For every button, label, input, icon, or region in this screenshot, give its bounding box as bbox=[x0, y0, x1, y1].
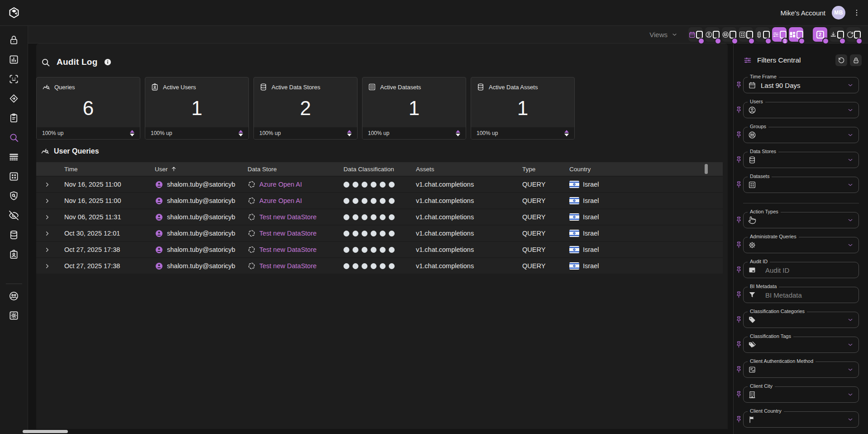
filter-field-bi-metadata[interactable]: BI Metadata BI Metadata bbox=[743, 287, 859, 303]
pin-icon[interactable] bbox=[735, 266, 742, 273]
sidebar-item-policies[interactable] bbox=[6, 112, 22, 123]
data-store-link[interactable]: Azure Open AI bbox=[259, 197, 302, 204]
pin-icon[interactable] bbox=[735, 316, 742, 323]
sidebar-item-audit-log[interactable] bbox=[6, 132, 22, 143]
header-data-store[interactable]: Data Store bbox=[241, 166, 337, 173]
toolbar-layout-button[interactable] bbox=[789, 27, 803, 42]
filter-field-icon bbox=[748, 216, 756, 224]
sidebar-item-data-inventory[interactable] bbox=[6, 190, 22, 201]
pin-icon[interactable] bbox=[735, 291, 742, 298]
pin-icon[interactable] bbox=[735, 106, 742, 113]
filter-field-client-authentication-method[interactable]: Client Authentication Method bbox=[743, 362, 859, 378]
kebab-menu-button[interactable] bbox=[852, 6, 862, 19]
row-expand-button[interactable] bbox=[36, 181, 58, 188]
vertical-scrollbar[interactable] bbox=[705, 164, 708, 174]
filter-field-users[interactable]: Users bbox=[743, 102, 859, 118]
filter-field-action-types[interactable]: Action Types bbox=[743, 212, 859, 228]
stat-card-stepper[interactable] bbox=[456, 130, 460, 136]
filter-field-audit-id[interactable]: Audit ID Audit ID bbox=[743, 262, 859, 278]
table-row[interactable]: Oct 27, 2025 17:38 shalom.tuby@satoricyb… bbox=[36, 258, 723, 274]
pin-icon[interactable] bbox=[735, 416, 742, 423]
pin-icon[interactable] bbox=[735, 181, 742, 188]
header-country[interactable]: Country bbox=[563, 166, 723, 173]
row-expand-button[interactable] bbox=[36, 214, 58, 221]
row-expand-button[interactable] bbox=[36, 198, 58, 204]
toolbar-time-frame-button[interactable] bbox=[688, 27, 703, 42]
table-row[interactable]: Nov 16, 2025 11:00 shalom.tuby@satoricyb… bbox=[36, 193, 723, 208]
filter-field-groups[interactable]: Groups bbox=[743, 127, 859, 143]
toolbar-filters-central-button[interactable]: 1 bbox=[772, 27, 787, 42]
data-store-link[interactable]: Test new DataStore bbox=[259, 262, 317, 270]
views-dropdown[interactable]: Views bbox=[649, 31, 678, 39]
pin-icon[interactable] bbox=[735, 217, 742, 223]
classification-dots bbox=[343, 231, 395, 236]
stat-card-stepper[interactable] bbox=[130, 130, 134, 136]
sidebar-item-users[interactable] bbox=[6, 249, 22, 260]
pin-icon[interactable] bbox=[735, 366, 742, 373]
toolbar-button-icon bbox=[688, 30, 696, 39]
toolbar-groups-filter-button[interactable] bbox=[722, 27, 736, 42]
filter-field-client-city[interactable]: Client City bbox=[743, 386, 859, 403]
stat-card-stepper[interactable] bbox=[564, 130, 569, 136]
header-type[interactable]: Type bbox=[516, 166, 563, 173]
toolbar-pages-button[interactable]: 2 bbox=[813, 27, 827, 42]
table-row[interactable]: Oct 30, 2025 12:01 shalom.tuby@satoricyb… bbox=[36, 226, 723, 241]
sidebar-item-reports[interactable] bbox=[6, 54, 22, 65]
row-expand-button[interactable] bbox=[36, 246, 58, 253]
row-expand-button[interactable] bbox=[36, 263, 58, 270]
stat-card: Queries 6 100% up bbox=[36, 77, 140, 140]
user-queries-icon bbox=[41, 147, 49, 155]
filter-field-datasets[interactable]: Datasets bbox=[743, 177, 859, 193]
sidebar-item-masking[interactable] bbox=[6, 210, 22, 221]
data-store-link[interactable]: Azure Open AI bbox=[259, 181, 302, 188]
table-row[interactable]: Nov 06, 2025 11:31 shalom.tuby@satoricyb… bbox=[36, 209, 723, 225]
filter-field-client-country[interactable]: Client Country bbox=[743, 411, 859, 428]
toolbar-download-button[interactable] bbox=[830, 27, 844, 42]
data-store-link[interactable]: Test new DataStore bbox=[259, 213, 317, 221]
data-store-link[interactable]: Test new DataStore bbox=[259, 246, 317, 253]
pin-icon[interactable] bbox=[735, 82, 742, 88]
table-row[interactable]: Nov 16, 2025 11:00 shalom.tuby@satoricyb… bbox=[36, 177, 723, 192]
row-expand-button[interactable] bbox=[36, 230, 58, 237]
header-assets[interactable]: Assets bbox=[410, 166, 516, 173]
toolbar-users-filter-button[interactable] bbox=[705, 27, 720, 42]
pin-icon[interactable] bbox=[735, 156, 742, 163]
data-store-link[interactable]: Test new DataStore bbox=[259, 230, 317, 237]
toolbar-datasets-filter-button[interactable] bbox=[739, 27, 753, 42]
sidebar-item-settings[interactable] bbox=[6, 310, 22, 321]
stat-card-header: Active Users bbox=[145, 77, 248, 91]
app-logo[interactable] bbox=[0, 7, 28, 19]
account-name[interactable]: Mike's Account bbox=[780, 9, 825, 17]
toolbar-refresh-button[interactable] bbox=[846, 27, 861, 42]
filter-field-time-frame[interactable]: Time Frame Last 90 Days bbox=[743, 77, 859, 93]
filter-field-data-stores[interactable]: Data Stores bbox=[743, 152, 859, 168]
sidebar-item-identities[interactable] bbox=[6, 290, 22, 301]
sidebar-item-query-history[interactable] bbox=[6, 151, 22, 162]
info-icon[interactable] bbox=[104, 58, 112, 66]
sidebar-item-icon bbox=[9, 230, 19, 240]
filter-field-classification-categories[interactable]: Classification Categories bbox=[743, 312, 859, 328]
header-classification[interactable]: Data Classification bbox=[337, 166, 410, 173]
stat-card-stepper[interactable] bbox=[347, 130, 352, 136]
horizontal-scrollbar[interactable] bbox=[23, 430, 68, 433]
table-row[interactable]: Oct 27, 2025 17:38 shalom.tuby@satoricyb… bbox=[36, 242, 723, 257]
stat-card-stepper[interactable] bbox=[238, 130, 243, 136]
pin-icon[interactable] bbox=[735, 131, 742, 138]
sidebar-item-data-stores[interactable] bbox=[6, 229, 22, 240]
pin-icon[interactable] bbox=[735, 341, 742, 348]
sidebar-item-security[interactable] bbox=[6, 34, 22, 45]
classification-dot bbox=[371, 198, 377, 204]
sidebar-item-datasets[interactable] bbox=[6, 171, 22, 182]
sidebar-item-identity-scan[interactable] bbox=[6, 73, 22, 84]
sidebar-item-access-flows[interactable] bbox=[6, 93, 22, 104]
filter-field-administrate-queries[interactable]: Administrate Queries bbox=[743, 237, 859, 253]
pin-icon[interactable] bbox=[735, 241, 742, 248]
pin-icon[interactable] bbox=[735, 391, 742, 398]
avatar[interactable]: MB bbox=[832, 6, 845, 19]
header-user[interactable]: User bbox=[148, 166, 241, 173]
filter-field-classification-tags[interactable]: Classification Tags bbox=[743, 337, 859, 353]
toolbar-action-types-filter-button[interactable] bbox=[755, 27, 770, 42]
header-time[interactable]: Time bbox=[58, 166, 148, 173]
lock-filters-button[interactable] bbox=[850, 54, 862, 66]
reset-filters-button[interactable] bbox=[835, 54, 847, 66]
